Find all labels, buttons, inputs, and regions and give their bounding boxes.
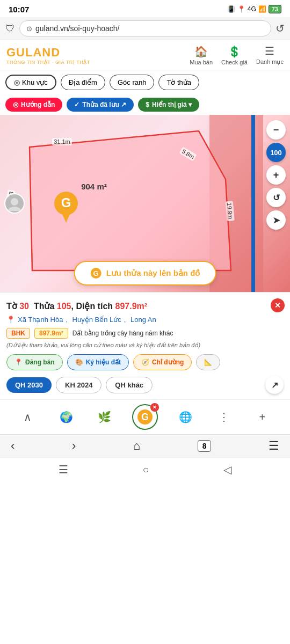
svg-point-6: [11, 198, 18, 206]
measure-top: 31.1m: [52, 138, 72, 145]
goc-ranh-label: Góc ranh: [118, 78, 146, 86]
zoom-out-btn[interactable]: −: [266, 120, 286, 140]
circle-icon: ◎: [13, 101, 18, 108]
plus-icon: +: [259, 411, 265, 423]
dia-diem-label: Địa điểm: [69, 78, 97, 86]
ky-hieu-dat-label: Ký hiệu đất: [86, 358, 121, 366]
main-btn-ring: ✕ G: [132, 404, 158, 430]
danh-muc-label: Danh mục: [256, 58, 284, 65]
bn-map-btn[interactable]: 🌍: [55, 411, 77, 423]
bn-world-btn[interactable]: 🌐: [175, 411, 196, 423]
card-qh: QH 2030 KH 2024 QH khác ↗: [6, 376, 284, 394]
mua-ban-label: Mua bán: [190, 59, 213, 65]
more-icon: ⋮: [219, 411, 229, 423]
nav-check-gia[interactable]: 💲 Check giá: [221, 45, 248, 65]
filter-dia-diem-btn[interactable]: Địa điểm: [61, 75, 105, 90]
shield-icon: 🛡: [5, 23, 15, 34]
to-num: 30: [19, 302, 29, 311]
thua-da-luu-label: Thửa đã lưu ↗: [82, 101, 126, 108]
reload-button[interactable]: ↺: [276, 22, 285, 35]
svg-text:G: G: [61, 195, 71, 210]
browser-tabs-btn[interactable]: 8: [198, 440, 212, 452]
add-pin-icon: 📍: [15, 358, 23, 366]
rotate-btn[interactable]: ↺: [266, 188, 286, 207]
target-icon: ◎: [14, 78, 20, 86]
bn-back-btn[interactable]: ∧: [17, 411, 39, 423]
system-nav: ☰ ○ ◁: [0, 457, 290, 481]
bn-more-btn[interactable]: ⋮: [213, 411, 235, 423]
qh-2030-btn[interactable]: QH 2030: [6, 377, 52, 393]
huong-dan-btn[interactable]: ◎ Hướng dẫn: [5, 98, 62, 112]
nav-danh-muc[interactable]: ☰ Danh mục: [256, 45, 284, 65]
chi-duong-label: Chỉ đường: [152, 358, 184, 366]
check-icon: ✓: [74, 101, 79, 108]
tag-desc: Đất bằng trồng cây hàng năm khác: [73, 330, 173, 337]
bottom-nav: ∧ 🌍 🌿 ✕ G 🌐 ⋮ +: [0, 399, 290, 434]
url-text: guland.vn/soi-quy-hoach/: [35, 24, 119, 33]
to-thua-label: Tờ thửa: [166, 78, 191, 86]
nav-mua-ban[interactable]: 🏠 Mua bán: [190, 45, 213, 65]
svg-text:G: G: [141, 412, 149, 422]
svg-point-7: [8, 207, 21, 211]
khu-vuc-label: Khu vực: [22, 78, 48, 86]
browser-forward-btn[interactable]: ›: [72, 439, 76, 453]
bn-main-btn[interactable]: ✕ G: [132, 404, 158, 430]
thua-num: 105: [57, 302, 71, 311]
save-map-btn[interactable]: G Lưu thửa này lên bản đồ: [74, 261, 216, 286]
sys-home-btn[interactable]: ○: [142, 464, 149, 476]
sys-menu-btn[interactable]: ☰: [59, 463, 68, 476]
bn-leaf-btn[interactable]: 🌿: [94, 411, 115, 423]
location-pin-icon: 📍: [6, 316, 15, 324]
url-bar[interactable]: ⊙ guland.vn/soi-quy-hoach/: [19, 20, 271, 36]
tag-bhk: BHK: [6, 328, 30, 339]
ky-hieu-dat-btn[interactable]: 🎨 Ký hiệu đất: [67, 354, 129, 370]
dang-ban-btn[interactable]: 📍 Đăng bán: [6, 354, 63, 370]
browser-back-btn[interactable]: ‹: [11, 439, 15, 453]
bn-add-btn[interactable]: +: [251, 411, 273, 423]
chevron-up-icon: ∧: [24, 411, 32, 423]
g-marker: G: [52, 189, 80, 223]
filter-bar: ◎ Khu vực Địa điểm Góc ranh Tờ thửa: [0, 70, 290, 94]
header-nav: 🏠 Mua bán 💲 Check giá ☰ Danh mục: [190, 45, 284, 65]
close-badge: ✕: [150, 403, 159, 412]
status-time: 10:07: [9, 5, 29, 14]
chi-duong-btn[interactable]: 🧭 Chỉ đường: [133, 354, 192, 370]
dollar-icon: 💲: [228, 45, 241, 58]
info-card: ✕ Tờ 30 Thửa 105, Diện tích 897.9m² 📍 Xã…: [0, 292, 290, 399]
browser-menu-btn[interactable]: ☰: [269, 439, 279, 453]
paint-icon: 🎨: [75, 358, 83, 366]
check-gia-label: Check giá: [221, 59, 248, 65]
tinh[interactable]: Long An: [130, 316, 156, 324]
filter-goc-ranh-btn[interactable]: Góc ranh: [110, 75, 154, 90]
close-card-btn[interactable]: ✕: [271, 298, 285, 312]
qh-khac-btn[interactable]: QH khác: [106, 377, 153, 393]
svg-marker-5: [62, 213, 70, 223]
location-icon: 📍: [237, 5, 245, 13]
share-btn[interactable]: ↗: [265, 376, 284, 394]
huong-dan-label: Hướng dẫn: [21, 101, 55, 108]
svg-rect-2: [251, 115, 255, 292]
svg-text:G: G: [93, 269, 99, 277]
map-container[interactable]: 31.1m 5.8m 28 19.9m 38.8m 904 m² G − 100…: [0, 115, 290, 292]
home-icon: 🏠: [194, 45, 208, 58]
xa[interactable]: Xã Thạnh Hòa: [18, 316, 63, 324]
dang-ban-label: Đăng bán: [25, 358, 55, 366]
sys-back-btn[interactable]: ◁: [223, 463, 231, 476]
filter-to-thua-btn[interactable]: Tờ thửa: [158, 75, 199, 90]
zoom-in-btn[interactable]: +: [266, 165, 286, 185]
kh-2024-btn[interactable]: KH 2024: [56, 377, 102, 393]
ruler-icon: 📐: [204, 358, 212, 366]
extra-btn[interactable]: 📐: [196, 354, 220, 370]
dien-tich: 897.9m²: [115, 302, 148, 311]
navigate-btn[interactable]: ➤: [266, 210, 286, 230]
save-icon: G: [90, 267, 102, 279]
hien-thi-gia-btn[interactable]: $ Hiển thị giá ▾: [138, 98, 199, 112]
card-title: Tờ 30 Thửa 105, Diện tích 897.9m²: [6, 301, 284, 312]
filter-location-btn[interactable]: ◎ Khu vực: [5, 75, 56, 90]
battery-icon: 73: [269, 5, 281, 13]
area-label: 904 m²: [81, 182, 107, 191]
huyen[interactable]: Huyện Bến Lức: [73, 316, 121, 324]
thua-da-luu-btn[interactable]: ✓ Thửa đã lưu ↗: [67, 98, 134, 112]
browser-home-btn[interactable]: ⌂: [133, 439, 140, 453]
app-header: GULAND THÔNG TIN THẬT · GIÁ TRỊ THẬT 🏠 M…: [0, 40, 290, 70]
